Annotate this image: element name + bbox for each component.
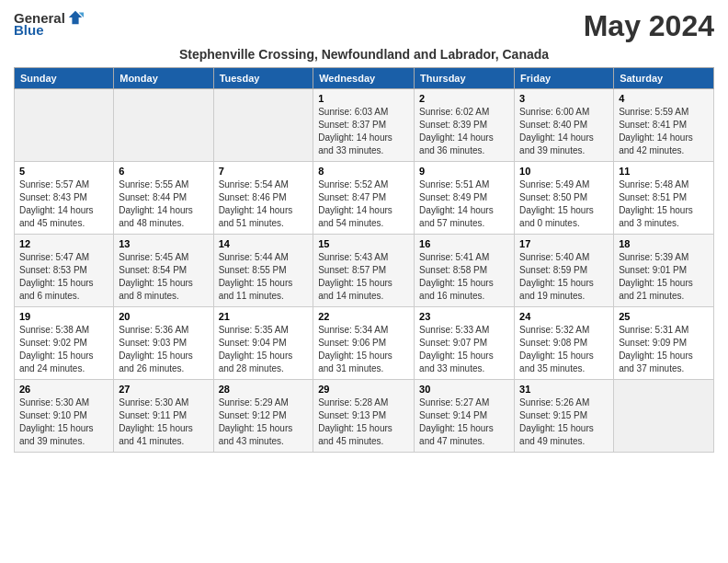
day-number: 4 (619, 93, 709, 104)
day-info: Sunrise: 5:41 AM Sunset: 8:58 PM Dayligh… (419, 251, 509, 303)
day-info: Sunrise: 5:34 AM Sunset: 9:06 PM Dayligh… (318, 324, 409, 375)
day-number: 22 (318, 311, 409, 322)
logo-icon (67, 9, 84, 26)
day-info: Sunrise: 5:35 AM Sunset: 9:04 PM Dayligh… (219, 324, 309, 375)
calendar-cell: 14Sunrise: 5:44 AM Sunset: 8:55 PM Dayli… (213, 235, 313, 307)
day-info: Sunrise: 5:49 AM Sunset: 8:50 PM Dayligh… (519, 178, 609, 230)
day-of-week-header: Saturday (614, 68, 714, 89)
day-of-week-header: Friday (515, 68, 614, 89)
day-number: 25 (619, 311, 709, 322)
day-info: Sunrise: 5:54 AM Sunset: 8:46 PM Dayligh… (219, 178, 309, 230)
day-info: Sunrise: 6:02 AM Sunset: 8:39 PM Dayligh… (419, 106, 509, 157)
calendar-cell: 28Sunrise: 5:29 AM Sunset: 9:12 PM Dayli… (213, 380, 313, 453)
day-info: Sunrise: 5:27 AM Sunset: 9:14 PM Dayligh… (419, 396, 509, 448)
calendar-cell: 16Sunrise: 5:41 AM Sunset: 8:58 PM Dayli… (415, 235, 515, 307)
day-info: Sunrise: 5:28 AM Sunset: 9:13 PM Dayligh… (318, 396, 409, 448)
day-info: Sunrise: 5:32 AM Sunset: 9:08 PM Dayligh… (519, 324, 609, 375)
day-number: 18 (619, 238, 709, 249)
day-info: Sunrise: 5:39 AM Sunset: 9:01 PM Dayligh… (619, 251, 709, 303)
calendar-week-row: 26Sunrise: 5:30 AM Sunset: 9:10 PM Dayli… (15, 380, 714, 453)
day-number: 5 (19, 166, 108, 177)
day-number: 16 (419, 238, 509, 249)
calendar-cell: 17Sunrise: 5:40 AM Sunset: 8:59 PM Dayli… (515, 235, 614, 307)
day-info: Sunrise: 5:31 AM Sunset: 9:09 PM Dayligh… (619, 324, 709, 375)
calendar-cell: 15Sunrise: 5:43 AM Sunset: 8:57 PM Dayli… (313, 235, 415, 307)
day-info: Sunrise: 5:40 AM Sunset: 8:59 PM Dayligh… (519, 251, 609, 303)
day-info: Sunrise: 5:51 AM Sunset: 8:49 PM Dayligh… (419, 178, 509, 230)
day-number: 14 (219, 238, 309, 249)
day-number: 9 (419, 166, 509, 177)
calendar-cell: 4Sunrise: 5:59 AM Sunset: 8:41 PM Daylig… (614, 89, 714, 162)
day-info: Sunrise: 6:00 AM Sunset: 8:40 PM Dayligh… (519, 106, 609, 157)
day-info: Sunrise: 5:30 AM Sunset: 9:11 PM Dayligh… (119, 396, 208, 448)
calendar-cell: 13Sunrise: 5:45 AM Sunset: 8:54 PM Dayli… (114, 235, 213, 307)
day-number: 8 (318, 166, 409, 177)
logo: General Blue (14, 9, 84, 38)
day-number: 7 (219, 166, 309, 177)
calendar-cell: 25Sunrise: 5:31 AM Sunset: 9:09 PM Dayli… (614, 307, 714, 380)
day-number: 1 (318, 93, 409, 104)
calendar-cell: 21Sunrise: 5:35 AM Sunset: 9:04 PM Dayli… (213, 307, 313, 380)
page-header: General Blue May 2024 (14, 9, 714, 43)
calendar-cell: 7Sunrise: 5:54 AM Sunset: 8:46 PM Daylig… (213, 162, 313, 235)
day-number: 29 (318, 384, 409, 395)
day-info: Sunrise: 5:48 AM Sunset: 8:51 PM Dayligh… (619, 178, 709, 230)
calendar-cell: 29Sunrise: 5:28 AM Sunset: 9:13 PM Dayli… (313, 380, 415, 453)
day-number: 24 (519, 311, 609, 322)
day-number: 21 (219, 311, 309, 322)
day-number: 13 (119, 238, 208, 249)
calendar-cell (114, 89, 213, 162)
day-info: Sunrise: 5:29 AM Sunset: 9:12 PM Dayligh… (219, 396, 309, 448)
calendar-cell: 22Sunrise: 5:34 AM Sunset: 9:06 PM Dayli… (313, 307, 415, 380)
day-of-week-header: Tuesday (213, 68, 313, 89)
calendar-cell: 8Sunrise: 5:52 AM Sunset: 8:47 PM Daylig… (313, 162, 415, 235)
logo-blue: Blue (14, 22, 44, 38)
calendar-table: SundayMondayTuesdayWednesdayThursdayFrid… (14, 67, 714, 453)
day-info: Sunrise: 6:03 AM Sunset: 8:37 PM Dayligh… (318, 106, 409, 157)
day-info: Sunrise: 5:33 AM Sunset: 9:07 PM Dayligh… (419, 324, 509, 375)
day-number: 6 (119, 166, 208, 177)
day-number: 3 (519, 93, 609, 104)
calendar-cell: 3Sunrise: 6:00 AM Sunset: 8:40 PM Daylig… (515, 89, 614, 162)
calendar-cell: 5Sunrise: 5:57 AM Sunset: 8:43 PM Daylig… (15, 162, 114, 235)
calendar-cell: 20Sunrise: 5:36 AM Sunset: 9:03 PM Dayli… (114, 307, 213, 380)
calendar-cell: 10Sunrise: 5:49 AM Sunset: 8:50 PM Dayli… (515, 162, 614, 235)
day-number: 26 (19, 384, 108, 395)
day-number: 20 (119, 311, 208, 322)
calendar-cell (213, 89, 313, 162)
calendar-cell (15, 89, 114, 162)
day-info: Sunrise: 5:52 AM Sunset: 8:47 PM Dayligh… (318, 178, 409, 230)
day-of-week-header: Thursday (415, 68, 515, 89)
month-title: May 2024 (584, 9, 714, 43)
calendar-cell: 26Sunrise: 5:30 AM Sunset: 9:10 PM Dayli… (15, 380, 114, 453)
day-number: 27 (119, 384, 208, 395)
day-info: Sunrise: 5:57 AM Sunset: 8:43 PM Dayligh… (19, 178, 108, 230)
day-number: 17 (519, 238, 609, 249)
calendar-cell: 6Sunrise: 5:55 AM Sunset: 8:44 PM Daylig… (114, 162, 213, 235)
day-info: Sunrise: 5:36 AM Sunset: 9:03 PM Dayligh… (119, 324, 208, 375)
day-info: Sunrise: 5:26 AM Sunset: 9:15 PM Dayligh… (519, 396, 609, 448)
day-number: 28 (219, 384, 309, 395)
day-of-week-header: Sunday (15, 68, 114, 89)
calendar-subtitle: Stephenville Crossing, Newfoundland and … (14, 47, 714, 62)
calendar-cell: 23Sunrise: 5:33 AM Sunset: 9:07 PM Dayli… (415, 307, 515, 380)
day-info: Sunrise: 5:55 AM Sunset: 8:44 PM Dayligh… (119, 178, 208, 230)
calendar-cell: 31Sunrise: 5:26 AM Sunset: 9:15 PM Dayli… (515, 380, 614, 453)
day-number: 30 (419, 384, 509, 395)
calendar-cell: 19Sunrise: 5:38 AM Sunset: 9:02 PM Dayli… (15, 307, 114, 380)
day-info: Sunrise: 5:45 AM Sunset: 8:54 PM Dayligh… (119, 251, 208, 303)
day-number: 19 (19, 311, 108, 322)
calendar-cell (614, 380, 714, 453)
day-info: Sunrise: 5:44 AM Sunset: 8:55 PM Dayligh… (219, 251, 309, 303)
day-number: 23 (419, 311, 509, 322)
calendar-cell: 1Sunrise: 6:03 AM Sunset: 8:37 PM Daylig… (313, 89, 415, 162)
calendar-week-row: 12Sunrise: 5:47 AM Sunset: 8:53 PM Dayli… (15, 235, 714, 307)
calendar-cell: 30Sunrise: 5:27 AM Sunset: 9:14 PM Dayli… (415, 380, 515, 453)
day-number: 15 (318, 238, 409, 249)
day-info: Sunrise: 5:47 AM Sunset: 8:53 PM Dayligh… (19, 251, 108, 303)
calendar-cell: 11Sunrise: 5:48 AM Sunset: 8:51 PM Dayli… (614, 162, 714, 235)
day-number: 10 (519, 166, 609, 177)
day-of-week-header: Wednesday (313, 68, 415, 89)
calendar-cell: 2Sunrise: 6:02 AM Sunset: 8:39 PM Daylig… (415, 89, 515, 162)
day-info: Sunrise: 5:30 AM Sunset: 9:10 PM Dayligh… (19, 396, 108, 448)
